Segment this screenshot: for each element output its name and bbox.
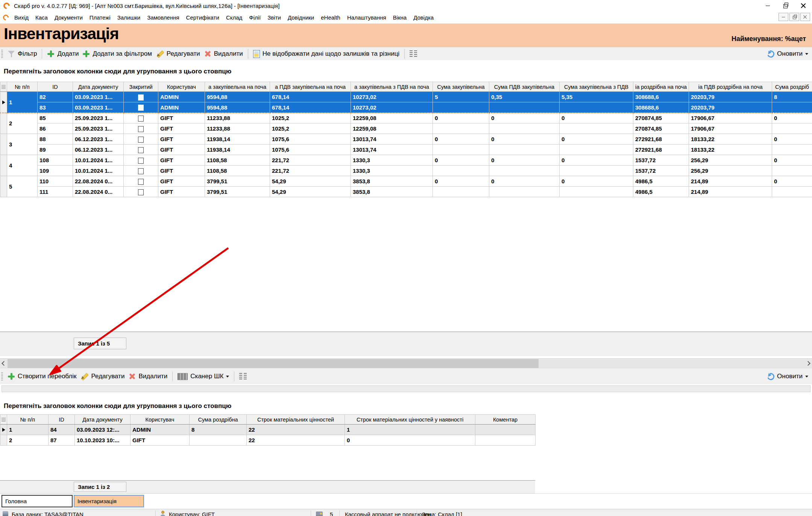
column-header[interactable]: Сума роздрібна xyxy=(190,415,247,425)
cell[interactable] xyxy=(560,166,633,176)
column-header[interactable]: Строк матеріальних цінностей у наявності xyxy=(345,415,475,425)
cell[interactable] xyxy=(124,92,158,102)
cell[interactable]: 10273,02 xyxy=(351,102,433,113)
hide-balances-button[interactable]: Не відображати дані щодо залишків та різ… xyxy=(253,50,399,58)
cell[interactable]: ADMIN xyxy=(158,102,205,113)
delete-recount-button[interactable]: Видалити xyxy=(128,373,167,380)
cell[interactable]: GIFT xyxy=(158,145,205,155)
table-row[interactable]: 28525.09.2023 1...GIFT11233,881025,21225… xyxy=(0,113,812,123)
table-row[interactable]: 11122.08.2024 0...GIFT3799,5154,293853,8… xyxy=(0,187,812,197)
cell[interactable]: GIFT xyxy=(158,166,205,176)
cell[interactable]: 11938,14 xyxy=(205,134,270,145)
cell[interactable]: 214,89 xyxy=(689,176,772,187)
cell[interactable] xyxy=(124,134,158,145)
cell[interactable]: 18133,22 xyxy=(689,145,772,155)
cell[interactable]: 3799,51 xyxy=(205,187,270,197)
menu-item-Звіти[interactable]: Звіти xyxy=(264,14,284,21)
menu-item-Філії[interactable]: Філії xyxy=(246,14,264,21)
cell[interactable]: GIFT xyxy=(158,176,205,187)
cell[interactable] xyxy=(433,102,489,113)
cell[interactable]: 0 xyxy=(560,134,633,145)
cell[interactable]: 4986,5 xyxy=(633,176,689,187)
cell[interactable]: 12259,08 xyxy=(351,123,433,134)
tab-Головна[interactable]: Головна xyxy=(2,495,73,507)
column-header[interactable]: Сума закупівельна xyxy=(433,82,489,92)
cell[interactable]: 308688,6 xyxy=(633,102,689,113)
restore-button[interactable] xyxy=(777,0,794,11)
barcode-scanner-button[interactable]: Сканер ШК xyxy=(178,373,229,380)
cell[interactable]: 308688,6 xyxy=(633,92,689,102)
cell[interactable]: 3799,51 xyxy=(205,176,270,187)
cell[interactable]: GIFT xyxy=(131,435,190,446)
scroll-left-button[interactable] xyxy=(0,359,7,368)
cell[interactable]: 03.09.2023 1... xyxy=(73,92,124,102)
cell[interactable]: 3853,8 xyxy=(351,187,433,197)
edit-button[interactable]: Редагувати xyxy=(156,50,200,58)
cell[interactable]: 88 xyxy=(38,134,73,145)
mdi-minimize-button[interactable] xyxy=(779,13,788,21)
cell[interactable]: 06.12.2023 1... xyxy=(73,145,124,155)
cell[interactable]: 0 xyxy=(489,113,560,123)
cell[interactable]: 9594,88 xyxy=(205,92,270,102)
column-header[interactable]: Сума ПДВ закупівельна xyxy=(489,82,560,92)
cell[interactable]: 10.01.2024 1... xyxy=(73,166,124,176)
cell[interactable]: 0 xyxy=(560,176,633,187)
cell[interactable]: GIFT xyxy=(158,155,205,166)
closed-checkbox[interactable] xyxy=(138,147,144,153)
closed-checkbox[interactable] xyxy=(138,158,144,164)
cell[interactable] xyxy=(124,145,158,155)
cell[interactable]: 221,72 xyxy=(270,155,351,166)
cell[interactable]: 4986,5 xyxy=(633,187,689,197)
cell[interactable]: 2 xyxy=(7,435,49,446)
cell[interactable]: 0 xyxy=(433,176,489,187)
menu-item-Налаштування[interactable]: Налаштування xyxy=(344,14,390,21)
menu-item-Платежі[interactable]: Платежі xyxy=(86,14,114,21)
cell[interactable]: 1330,3 xyxy=(351,166,433,176)
cell[interactable] xyxy=(772,102,812,113)
column-header[interactable]: Користувач xyxy=(158,82,205,92)
cell[interactable]: 13013,74 xyxy=(351,145,433,155)
cell[interactable] xyxy=(433,166,489,176)
column-header[interactable]: Користувач xyxy=(131,415,190,425)
menu-item-Залишки[interactable]: Залишки xyxy=(114,14,144,21)
cell[interactable]: 54,29 xyxy=(270,176,351,187)
cell[interactable]: 5 xyxy=(433,92,489,102)
cell[interactable]: 18133,22 xyxy=(689,134,772,145)
cell[interactable] xyxy=(433,187,489,197)
delete-button[interactable]: Видалити xyxy=(204,50,243,58)
cell[interactable]: 03.09.2023 12:... xyxy=(75,425,131,435)
horizontal-scrollbar[interactable] xyxy=(0,358,812,368)
mdi-restore-button[interactable] xyxy=(789,13,799,21)
cell[interactable]: 1075,6 xyxy=(270,134,351,145)
cell[interactable]: 87 xyxy=(49,435,75,446)
column-header[interactable]: а ПДВ закупівельна на поча xyxy=(270,82,351,92)
menu-item-Сертифікати[interactable]: Сертифікати xyxy=(183,14,223,21)
group-number-cell[interactable]: 1 xyxy=(7,92,38,113)
close-button[interactable] xyxy=(794,0,812,11)
cell[interactable]: 0,35 xyxy=(489,92,560,102)
cell[interactable]: 1537,72 xyxy=(633,166,689,176)
cell[interactable] xyxy=(489,166,560,176)
group-number-cell[interactable]: 5 xyxy=(7,176,38,197)
minimize-button[interactable] xyxy=(759,0,777,11)
closed-checkbox[interactable] xyxy=(138,137,144,143)
cell[interactable]: 20203,79 xyxy=(689,102,772,113)
cell[interactable]: 0 xyxy=(433,134,489,145)
cell[interactable]: 8 xyxy=(190,425,247,435)
menu-item-Довідники[interactable]: Довідники xyxy=(284,14,317,21)
cell[interactable]: 1108,58 xyxy=(205,166,270,176)
cell[interactable]: 11938,14 xyxy=(205,145,270,155)
cell[interactable]: 54,29 xyxy=(270,187,351,197)
closed-checkbox[interactable] xyxy=(138,94,144,100)
column-header[interactable]: Коментар xyxy=(475,415,536,425)
menu-item-Каса[interactable]: Каса xyxy=(32,14,51,21)
cell[interactable]: 678,14 xyxy=(270,92,351,102)
cell[interactable]: 272921,68 xyxy=(633,145,689,155)
cell[interactable] xyxy=(124,176,158,187)
cell[interactable]: 678,14 xyxy=(270,102,351,113)
table-row[interactable]: 10910.01.2024 1...GIFT1108,58221,721330,… xyxy=(0,166,812,176)
cell[interactable]: 22 xyxy=(247,425,345,435)
column-header[interactable]: іа ПДВ роздрібна на поча xyxy=(689,82,772,92)
cell[interactable]: 1075,6 xyxy=(270,145,351,155)
cell[interactable]: 03.09.2023 1... xyxy=(73,102,124,113)
